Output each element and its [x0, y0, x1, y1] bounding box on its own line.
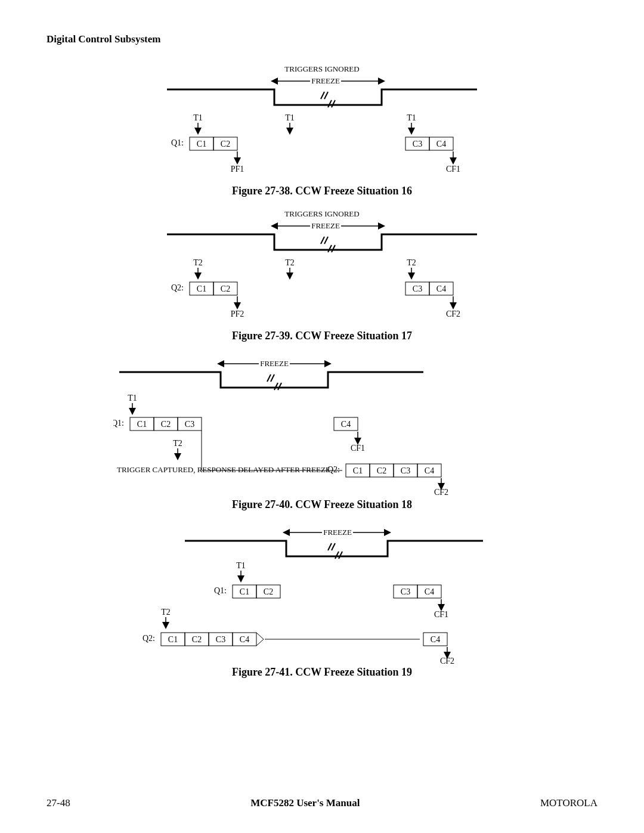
q1-label: Q1: [113, 419, 124, 428]
trigger-delayed-label: TRIGGER CAPTURED, RESPONSE DELAYED AFTER… [117, 465, 330, 474]
page-number: 27-48 [47, 797, 70, 809]
svg-text:C1: C1 [353, 466, 363, 475]
c1: C1 [197, 140, 206, 148]
svg-text:C3: C3 [413, 284, 422, 293]
t1: T1 [236, 561, 246, 570]
svg-text:C3: C3 [216, 635, 225, 644]
cf1: CF1 [446, 165, 460, 174]
svg-text:C4: C4 [436, 284, 446, 293]
cf2: CF2 [434, 488, 448, 496]
cf1: CF1 [434, 610, 448, 619]
svg-text:C2: C2 [221, 284, 230, 293]
q2-label: Q2: [143, 634, 155, 643]
figure-38-caption: Figure 27-38. CCW Freeze Situation 16 [47, 185, 597, 197]
freeze-label: FREEZE [323, 528, 352, 537]
triggers-ignored-label: TRIGGERS IGNORED [284, 209, 359, 218]
q2-label: Q2: [327, 465, 340, 474]
freeze-label: FREEZE [311, 76, 340, 85]
figure-40: FREEZE T1 Q1: C1 C2 C3 C4 T2 CF1 TRIGGER [47, 353, 597, 511]
t2: T2 [161, 608, 171, 617]
svg-text:C4: C4 [240, 635, 249, 644]
svg-text:C2: C2 [192, 635, 202, 644]
triggers-ignored-label: TRIGGERS IGNORED [284, 64, 359, 73]
cf1: CF1 [351, 444, 365, 453]
figure-39: TRIGGERS IGNORED FREEZE T2 T2 T2 Q2: C1 … [47, 208, 597, 342]
figure-41-caption: Figure 27-41. CCW Freeze Situation 19 [47, 666, 597, 679]
t1-mid: T1 [285, 113, 295, 122]
freeze-label: FREEZE [311, 221, 340, 230]
pf1: PF1 [231, 165, 244, 174]
svg-text:C2: C2 [161, 420, 171, 429]
t2-mid: T2 [285, 258, 295, 267]
svg-text:C3: C3 [185, 420, 194, 429]
figure-38: TRIGGERS IGNORED FREEZE T1 T1 T1 Q1: C1 … [47, 63, 597, 197]
figure-39-caption: Figure 27-39. CCW Freeze Situation 17 [47, 330, 597, 342]
svg-text:C1: C1 [168, 635, 178, 644]
svg-text:C3: C3 [401, 466, 410, 475]
cf2: CF2 [440, 657, 454, 664]
svg-text:C1: C1 [240, 587, 249, 596]
svg-text:C1: C1 [197, 284, 206, 293]
t1: T1 [128, 394, 137, 402]
svg-text:C2: C2 [264, 587, 273, 596]
c4: C4 [436, 140, 446, 148]
svg-text:C4: C4 [341, 420, 351, 429]
brand: MOTOROLA [540, 797, 597, 809]
page-footer: 27-48 MCF5282 User's Manual MOTOROLA [47, 797, 597, 809]
q1-label: Q1: [171, 138, 184, 147]
figure-40-caption: Figure 27-40. CCW Freeze Situation 18 [47, 498, 597, 511]
t1-left: T1 [193, 113, 203, 122]
c2: C2 [221, 140, 230, 148]
t2-left: T2 [193, 258, 203, 267]
svg-text:C2: C2 [377, 466, 386, 475]
q1-label: Q1: [214, 586, 227, 595]
freeze-label: FREEZE [260, 359, 289, 368]
svg-text:C3: C3 [401, 587, 410, 596]
pf2: PF2 [231, 309, 244, 318]
t2-right: T2 [407, 258, 416, 267]
t1-right: T1 [407, 113, 416, 122]
svg-text:C4: C4 [425, 587, 434, 596]
section-title: Digital Control Subsystem [47, 33, 597, 45]
c3: C3 [413, 140, 422, 148]
svg-text:C4: C4 [431, 635, 440, 644]
manual-title: MCF5282 User's Manual [250, 797, 360, 809]
t2: T2 [173, 439, 182, 448]
figure-41: FREEZE T1 Q1: C1 C2 C3 C4 T2 CF1 Q2: [47, 522, 597, 679]
q2-label: Q2: [171, 283, 184, 292]
svg-text:C4: C4 [425, 466, 434, 475]
svg-text:C1: C1 [137, 420, 147, 429]
cf2: CF2 [446, 309, 460, 318]
